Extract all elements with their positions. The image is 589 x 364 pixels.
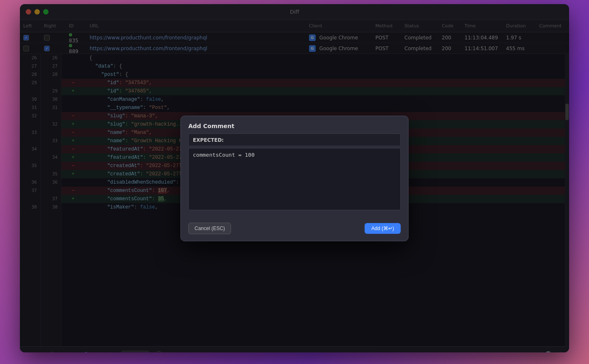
- modal-overlay: Add Comment EXPECTED: commentsCount = 10…: [20, 4, 569, 352]
- modal-body: EXPECTED: commentsCount = 100: [181, 133, 408, 218]
- cancel-button[interactable]: Cancel (ESC): [188, 223, 231, 234]
- add-comment-modal: Add Comment EXPECTED: commentsCount = 10…: [180, 116, 409, 241]
- modal-title: Add Comment: [181, 116, 408, 133]
- expected-label: EXPECTED:: [188, 133, 401, 146]
- add-button[interactable]: Add (⌘↵): [365, 223, 401, 234]
- expected-textarea[interactable]: commentsCount = 100: [188, 148, 401, 210]
- main-window: Diff Left Right ID URL Client Method Sta…: [20, 4, 569, 352]
- modal-footer: Cancel (ESC) Add (⌘↵): [181, 218, 408, 241]
